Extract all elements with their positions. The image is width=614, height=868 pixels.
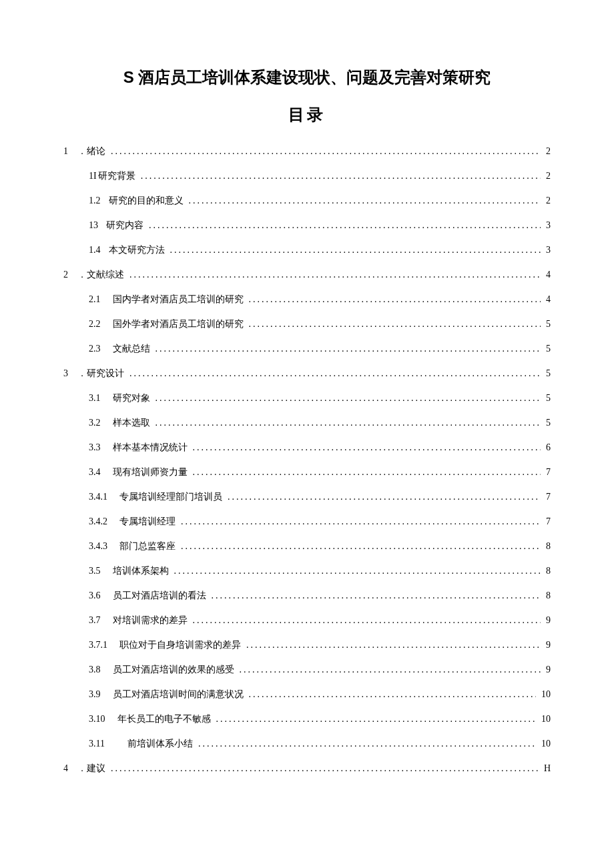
toc-entry-text: 职位对于自身培训需求的差异 bbox=[119, 638, 241, 652]
toc-leader-dots bbox=[156, 391, 541, 405]
toc-leader-dots bbox=[170, 243, 541, 257]
toc-entry-number: 1.2 bbox=[89, 193, 101, 207]
toc-entry: 3.7对培训需求的差异9 bbox=[63, 613, 551, 627]
toc-entry-page: 3 bbox=[546, 243, 551, 257]
toc-leader-dots bbox=[189, 193, 541, 207]
toc-entry: 3.6员工对酒店培训的看法8 bbox=[63, 588, 551, 602]
toc-entry-number: 3.3 bbox=[89, 440, 101, 454]
toc-entry: 2．文献综述4 bbox=[63, 268, 551, 282]
toc-leader-dots bbox=[149, 218, 541, 232]
document-title: S 酒店员工培训体系建设现状、问题及完善对策研究 bbox=[63, 67, 551, 88]
toc-entry: 3.2样本选取5 bbox=[63, 416, 551, 430]
toc-leader-dots bbox=[129, 366, 541, 380]
toc-leader-dots bbox=[198, 737, 536, 751]
toc-leader-dots bbox=[216, 712, 537, 726]
toc-entry-text: 前培训体系小结 bbox=[127, 737, 193, 751]
toc-entry-text: 培训体系架构 bbox=[113, 564, 169, 578]
toc-entry-page: 5 bbox=[546, 342, 551, 356]
toc-entry-page: 6 bbox=[546, 440, 551, 454]
toc-leader-dots bbox=[212, 588, 541, 602]
toc-entry-number: 1 bbox=[63, 144, 68, 158]
toc-entry-number: 3.6 bbox=[89, 588, 101, 602]
toc-entry-text: 研究背景 bbox=[98, 169, 135, 183]
toc-entry-text: 员工对酒店培训时间的满意状况 bbox=[113, 687, 244, 701]
toc-entry-page: 3 bbox=[546, 218, 551, 232]
toc-entry-number: 3.4.1 bbox=[89, 490, 107, 504]
toc-entry: 3.8员工对酒店培训的效果的感受9 bbox=[63, 663, 551, 677]
toc-leader-dots bbox=[249, 292, 541, 306]
toc-entry-number: 3.1 bbox=[89, 391, 101, 405]
toc-leader-dots bbox=[156, 342, 541, 356]
toc-entry-page: 8 bbox=[546, 564, 551, 578]
toc-leader-dots bbox=[240, 663, 541, 677]
toc-entry-number: 1I bbox=[89, 169, 97, 183]
toc-entry-number: 3.2 bbox=[89, 416, 101, 430]
toc-entry-text: ．绪论 bbox=[77, 144, 105, 158]
toc-entry-text: 本文研究方法 bbox=[109, 243, 165, 257]
toc-entry-page: 7 bbox=[546, 465, 551, 479]
toc-entry: 3．研究设计5 bbox=[63, 366, 551, 380]
toc-entry-page: 10 bbox=[541, 687, 551, 701]
toc-entry-text: 样本选取 bbox=[113, 416, 150, 430]
toc-entry: 1．绪论2 bbox=[63, 144, 551, 158]
toc-entry-text: 文献总结 bbox=[113, 342, 150, 356]
toc-entry: 2.2国外学者对酒店员工培训的研究5 bbox=[63, 317, 551, 331]
toc-leader-dots bbox=[181, 539, 541, 553]
toc-entry-number: 2.1 bbox=[89, 292, 101, 306]
toc-leader-dots bbox=[228, 490, 541, 504]
toc-leader-dots bbox=[156, 416, 541, 430]
toc-entry-number: 13 bbox=[89, 218, 98, 232]
toc-entry: 1.2研究的目的和意义2 bbox=[63, 193, 551, 207]
toc-entry-number: 3.11 bbox=[89, 737, 105, 751]
toc-leader-dots bbox=[111, 144, 541, 158]
toc-entry-text: 专属培训经理部门培训员 bbox=[119, 490, 222, 504]
toc-entry: 3.4.2专属培训经理7 bbox=[63, 514, 551, 528]
toc-entry: 1.4本文研究方法3 bbox=[63, 243, 551, 257]
toc-entry: 2.3文献总结5 bbox=[63, 342, 551, 356]
toc-entry: 3.11前培训体系小结10 bbox=[63, 737, 551, 751]
toc-entry-text: 员工对酒店培训的看法 bbox=[113, 588, 206, 602]
toc-entry-page: 5 bbox=[546, 416, 551, 430]
toc-entry-number: 2.2 bbox=[89, 317, 101, 331]
toc-entry: 3.7.1职位对于自身培训需求的差异9 bbox=[63, 638, 551, 652]
toc-entry-text: 年长员工的电子不敏感 bbox=[117, 712, 211, 726]
toc-entry-number: 3.9 bbox=[89, 687, 101, 701]
toc-entry-number: 3.4.2 bbox=[89, 514, 107, 528]
toc-entry-page: 9 bbox=[546, 638, 551, 652]
toc-leader-dots bbox=[193, 613, 541, 627]
toc-leader-dots bbox=[129, 268, 541, 282]
toc-entry-page: 9 bbox=[546, 663, 551, 677]
toc-leader-dots bbox=[193, 440, 541, 454]
toc-entry-number: 3.5 bbox=[89, 564, 101, 578]
toc-entry-page: 2 bbox=[546, 169, 551, 183]
toc-entry-page: 7 bbox=[546, 514, 551, 528]
toc-entry-number: 2.3 bbox=[89, 342, 101, 356]
toc-entry-page: 5 bbox=[546, 317, 551, 331]
toc-leader-dots bbox=[249, 687, 537, 701]
toc-entry: 3.4.1专属培训经理部门培训员7 bbox=[63, 490, 551, 504]
toc-entry-page: 4 bbox=[546, 268, 551, 282]
toc-leader-dots bbox=[249, 317, 541, 331]
toc-entry-number: 3.4 bbox=[89, 465, 101, 479]
toc-leader-dots bbox=[193, 465, 541, 479]
toc-entry-text: ．研究设计 bbox=[77, 366, 124, 380]
toc-entry-text: ．文献综述 bbox=[77, 268, 124, 282]
toc-entry-page: 10 bbox=[541, 737, 551, 751]
toc-entry-number: 3.4.3 bbox=[89, 539, 107, 553]
toc-entry: 3.4.3部门总监客座8 bbox=[63, 539, 551, 553]
toc-entry-text: 专属培训经理 bbox=[119, 514, 176, 528]
toc-leader-dots bbox=[111, 761, 539, 775]
toc-entry-number: 3.10 bbox=[89, 712, 105, 726]
toc-leader-dots bbox=[141, 169, 541, 183]
toc-entry: 13研究内容3 bbox=[63, 218, 551, 232]
toc-entry-page: H bbox=[544, 761, 551, 775]
toc-entry-text: 样本基本情况统计 bbox=[113, 440, 188, 454]
table-of-contents: 1．绪论21I研究背景21.2研究的目的和意义213研究内容31.4本文研究方法… bbox=[63, 144, 551, 775]
toc-entry-text: 对培训需求的差异 bbox=[113, 613, 188, 627]
toc-entry-page: 4 bbox=[546, 292, 551, 306]
toc-entry: 1I研究背景2 bbox=[63, 169, 551, 183]
toc-heading: 目录 bbox=[63, 104, 551, 125]
toc-leader-dots bbox=[181, 514, 541, 528]
toc-entry: 3.4现有培训师资力量7 bbox=[63, 465, 551, 479]
toc-entry-page: 7 bbox=[546, 490, 551, 504]
